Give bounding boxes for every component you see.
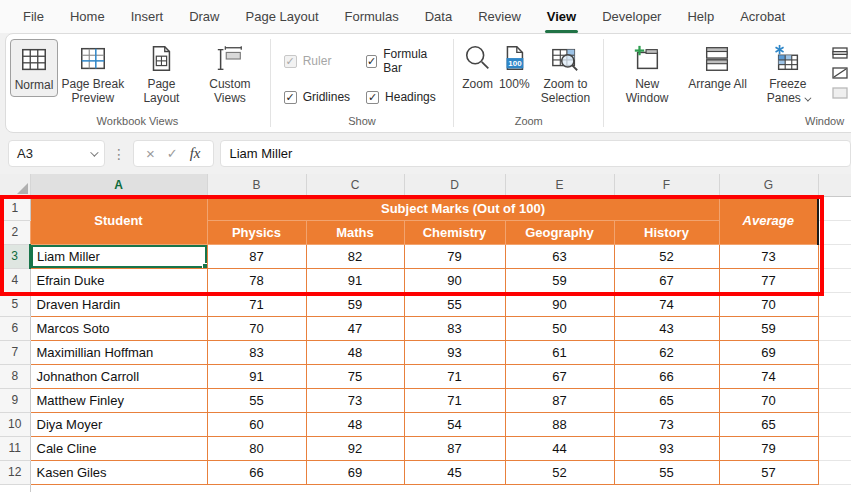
tab-formulas[interactable]: Formulas <box>332 0 412 33</box>
checkbox-headings[interactable]: ✓ Headings <box>366 90 438 104</box>
mark-cell[interactable]: 93 <box>404 340 505 364</box>
arrange-all-button[interactable]: Arrange All <box>685 39 750 95</box>
empty-cell[interactable] <box>818 388 851 412</box>
freeze-panes-button[interactable]: Freeze Panes <box>750 39 826 110</box>
checkbox-gridlines[interactable]: ✓ Gridlines <box>284 90 350 104</box>
mark-cell[interactable]: 50 <box>505 316 614 340</box>
student-cell[interactable]: Liam Miller <box>30 244 207 268</box>
row-header[interactable]: 3 <box>0 244 30 268</box>
average-cell[interactable]: 79 <box>719 436 818 460</box>
row-header[interactable]: 7 <box>0 340 30 364</box>
mark-cell[interactable]: 90 <box>404 268 505 292</box>
formula-input[interactable]: Liam Miller <box>220 140 851 167</box>
student-cell[interactable]: Matthew Finley <box>30 388 207 412</box>
student-header-cell[interactable]: Student <box>30 196 207 244</box>
empty-cell[interactable] <box>818 364 851 388</box>
tab-help[interactable]: Help <box>674 0 727 33</box>
name-box[interactable]: A3 <box>8 140 105 167</box>
chevron-down-icon[interactable] <box>90 148 98 156</box>
insert-function-icon[interactable]: fx <box>190 145 201 162</box>
tab-data[interactable]: Data <box>412 0 465 33</box>
hide-button[interactable]: Hide <box>832 66 851 80</box>
mark-cell[interactable]: 71 <box>404 364 505 388</box>
zoom-to-selection-button[interactable]: Zoom to Selection <box>533 39 599 110</box>
column-header-c[interactable]: C <box>306 174 404 196</box>
mark-cell[interactable]: 65 <box>614 388 719 412</box>
student-cell[interactable]: Maximillian Hoffman <box>30 340 207 364</box>
mark-cell[interactable]: 55 <box>207 388 306 412</box>
row-header[interactable]: 10 <box>0 412 30 436</box>
cancel-icon[interactable]: × <box>146 145 155 162</box>
subject-header-cell[interactable]: Maths <box>306 220 404 244</box>
tab-view[interactable]: View <box>534 0 589 33</box>
empty-cell[interactable] <box>207 484 306 492</box>
mark-cell[interactable]: 75 <box>306 364 404 388</box>
student-cell[interactable]: Johnathon Carroll <box>30 364 207 388</box>
mark-cell[interactable]: 47 <box>306 316 404 340</box>
average-cell[interactable]: 59 <box>719 316 818 340</box>
mark-cell[interactable]: 67 <box>505 364 614 388</box>
average-cell[interactable]: 74 <box>719 364 818 388</box>
row-header[interactable]: 2 <box>0 220 30 244</box>
student-cell[interactable]: Cale Cline <box>30 436 207 460</box>
new-window-button[interactable]: New Window <box>609 39 685 110</box>
average-cell[interactable]: 57 <box>719 460 818 484</box>
empty-cell[interactable] <box>614 484 719 492</box>
empty-cell[interactable] <box>404 484 505 492</box>
mark-cell[interactable]: 82 <box>306 244 404 268</box>
column-header-f[interactable]: F <box>614 174 719 196</box>
column-header-d[interactable]: D <box>404 174 505 196</box>
subject-marks-header-cell[interactable]: Subject Marks (Out of 100) <box>207 196 719 220</box>
average-cell[interactable]: 70 <box>719 292 818 316</box>
mark-cell[interactable]: 83 <box>404 316 505 340</box>
select-all-corner[interactable] <box>0 174 30 196</box>
mark-cell[interactable]: 87 <box>207 244 306 268</box>
mark-cell[interactable]: 71 <box>207 292 306 316</box>
mark-cell[interactable]: 55 <box>404 292 505 316</box>
subject-header-cell[interactable]: Geography <box>505 220 614 244</box>
row-header[interactable]: 8 <box>0 364 30 388</box>
student-cell[interactable]: Marcos Soto <box>30 316 207 340</box>
average-cell[interactable]: 73 <box>719 244 818 268</box>
mark-cell[interactable]: 70 <box>207 316 306 340</box>
mark-cell[interactable]: 52 <box>505 460 614 484</box>
mark-cell[interactable]: 87 <box>505 388 614 412</box>
mark-cell[interactable]: 62 <box>614 340 719 364</box>
subject-header-cell[interactable]: Chemistry <box>404 220 505 244</box>
tab-insert[interactable]: Insert <box>118 0 177 33</box>
subject-header-cell[interactable]: Physics <box>207 220 306 244</box>
mark-cell[interactable]: 43 <box>614 316 719 340</box>
mark-cell[interactable]: 71 <box>404 388 505 412</box>
tab-home[interactable]: Home <box>57 0 118 33</box>
tab-file[interactable]: File <box>10 0 57 33</box>
mark-cell[interactable]: 78 <box>207 268 306 292</box>
student-cell[interactable]: Draven Hardin <box>30 292 207 316</box>
row-header[interactable]: 5 <box>0 292 30 316</box>
split-button[interactable]: Split <box>832 46 851 60</box>
mark-cell[interactable]: 74 <box>614 292 719 316</box>
empty-cell[interactable] <box>818 460 851 484</box>
row-header[interactable]: 12 <box>0 460 30 484</box>
empty-cell[interactable] <box>818 268 851 292</box>
mark-cell[interactable]: 69 <box>306 460 404 484</box>
mark-cell[interactable]: 52 <box>614 244 719 268</box>
empty-cell[interactable] <box>719 484 818 492</box>
student-cell[interactable]: Kasen Giles <box>30 460 207 484</box>
checkbox-box[interactable]: ✓ <box>284 91 297 104</box>
average-header-cell[interactable]: Average <box>719 196 818 244</box>
empty-cell[interactable] <box>818 220 851 244</box>
mark-cell[interactable]: 87 <box>404 436 505 460</box>
mark-cell[interactable]: 59 <box>505 268 614 292</box>
average-cell[interactable]: 69 <box>719 340 818 364</box>
mark-cell[interactable]: 61 <box>505 340 614 364</box>
column-header-b[interactable]: B <box>207 174 306 196</box>
mark-cell[interactable]: 44 <box>505 436 614 460</box>
mark-cell[interactable]: 67 <box>614 268 719 292</box>
row-header[interactable]: 4 <box>0 268 30 292</box>
enter-icon[interactable]: ✓ <box>167 146 178 161</box>
mark-cell[interactable]: 80 <box>207 436 306 460</box>
mark-cell[interactable]: 91 <box>306 268 404 292</box>
column-header-g[interactable]: G <box>719 174 818 196</box>
empty-cell[interactable] <box>818 316 851 340</box>
empty-cell[interactable] <box>818 412 851 436</box>
